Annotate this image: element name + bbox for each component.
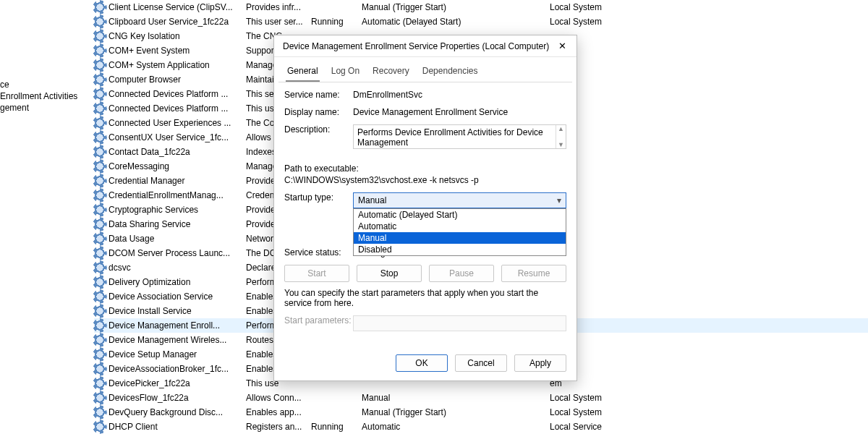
- dialog-tabs: General Log On Recovery Dependencies: [278, 57, 572, 82]
- start-button[interactable]: Start: [284, 265, 349, 282]
- description-box: Performs Device Enrollment Activities fo…: [353, 124, 566, 149]
- gear-icon: [94, 305, 106, 317]
- gear-icon: [94, 117, 106, 129]
- startup-type-select[interactable]: Manual: [353, 192, 566, 208]
- gear-icon: [94, 247, 106, 259]
- gear-icon: [94, 1, 106, 13]
- gear-icon: [94, 421, 106, 433]
- start-params-note: You can specify the start parameters tha…: [284, 288, 566, 308]
- list-item[interactable]: Clipboard User Service_1fc22aThis user s…: [94, 14, 868, 29]
- gear-icon: [94, 218, 106, 230]
- display-name-value: Device Management Enrollment Service: [353, 107, 566, 117]
- gear-icon: [94, 190, 106, 201]
- gear-icon: [94, 175, 106, 187]
- tab-general[interactable]: General: [286, 61, 320, 82]
- startup-opt-manual[interactable]: Manual: [354, 232, 566, 244]
- startup-opt-auto-delayed[interactable]: Automatic (Delayed Start): [354, 209, 566, 221]
- gear-icon: [94, 103, 106, 114]
- apply-button[interactable]: Apply: [514, 354, 566, 372]
- description-scrollbar[interactable]: ▲▼: [556, 125, 566, 148]
- path-executable-value: C:\WINDOWS\system32\svchost.exe -k netsv…: [284, 175, 566, 185]
- gear-icon: [94, 363, 106, 375]
- gear-icon: [94, 262, 106, 273]
- service-properties-dialog: Device Management Enrollment Service Pro…: [273, 35, 577, 381]
- gear-icon: [94, 16, 106, 27]
- gear-icon: [94, 59, 106, 71]
- gear-icon: [94, 378, 106, 389]
- pause-button[interactable]: Pause: [429, 265, 494, 282]
- gear-icon: [94, 291, 106, 302]
- gear-icon: [94, 320, 106, 331]
- cancel-button[interactable]: Cancel: [455, 354, 507, 372]
- list-item[interactable]: DHCP ClientRegisters an...RunningAutomat…: [94, 420, 868, 434]
- gear-icon: [94, 132, 106, 143]
- tab-recovery[interactable]: Recovery: [371, 61, 411, 82]
- gear-icon: [94, 276, 106, 288]
- gear-icon: [94, 88, 106, 100]
- gear-icon: [94, 30, 106, 42]
- startup-opt-auto[interactable]: Automatic: [354, 221, 566, 232]
- gear-icon: [94, 45, 106, 56]
- gear-icon: [94, 334, 106, 346]
- gear-icon: [94, 349, 106, 360]
- ok-button[interactable]: OK: [396, 354, 448, 372]
- startup-type-dropdown[interactable]: Automatic (Delayed Start) Automatic Manu…: [353, 208, 566, 256]
- dialog-title: Device Management Enrollment Service Pro…: [283, 41, 552, 51]
- stop-button[interactable]: Stop: [357, 265, 422, 282]
- list-item[interactable]: DevQuery Background Disc...Enables app..…: [94, 405, 868, 420]
- resume-button[interactable]: Resume: [501, 265, 566, 282]
- gear-icon: [94, 146, 106, 158]
- tab-logon[interactable]: Log On: [330, 61, 361, 82]
- gear-icon: [94, 74, 106, 85]
- left-text-fragments: ce Enrollment Activities gement: [0, 80, 77, 114]
- tab-dependencies[interactable]: Dependencies: [421, 61, 480, 82]
- list-item[interactable]: DevicesFlow_1fc22aAllows Conn...ManualLo…: [94, 391, 868, 405]
- gear-icon: [94, 392, 106, 404]
- gear-icon: [94, 407, 106, 418]
- service-name-value: DmEnrollmentSvc: [353, 90, 566, 100]
- gear-icon: [94, 161, 106, 172]
- list-item[interactable]: Client License Service (ClipSV...Provide…: [94, 0, 868, 14]
- start-parameters-input[interactable]: [353, 315, 566, 331]
- close-icon[interactable]: ✕: [552, 38, 572, 54]
- startup-opt-disabled[interactable]: Disabled: [354, 244, 566, 255]
- gear-icon: [94, 233, 106, 244]
- dialog-titlebar: Device Management Enrollment Service Pro…: [274, 35, 576, 57]
- gear-icon: [94, 204, 106, 216]
